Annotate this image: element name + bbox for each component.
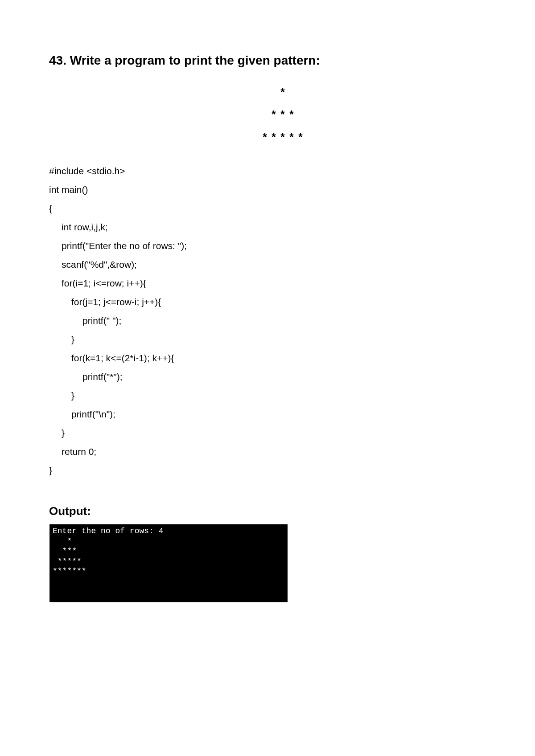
code-line: return 0; [49, 442, 486, 461]
pattern-line-2: * * * [80, 103, 486, 126]
code-line: printf("\n"); [49, 405, 486, 424]
pattern-example: * * * * * * * * * [80, 81, 486, 148]
code-line: printf("Enter the no of rows: "); [49, 237, 486, 255]
code-line: } [49, 386, 486, 405]
output-heading: Output: [49, 504, 486, 518]
code-line: printf("*"); [49, 368, 486, 386]
code-block: #include <stdio.h> int main() { int row,… [49, 162, 486, 480]
code-line: scanf("%d",&row); [49, 255, 486, 274]
terminal-output: Enter the no of rows: 4 * *** ***** ****… [49, 524, 288, 602]
pattern-line-1: * [80, 81, 486, 103]
question-heading: 43. Write a program to print the given p… [49, 53, 486, 68]
code-line: for(i=1; i<=row; i++){ [49, 274, 486, 293]
code-line: } [49, 461, 486, 480]
code-line: #include <stdio.h> [49, 162, 486, 180]
code-line: printf(" "); [49, 311, 486, 330]
code-line: int row,i,j,k; [49, 218, 486, 237]
code-line: { [49, 199, 486, 218]
code-line: for(k=1; k<=(2*i-1); k++){ [49, 349, 486, 368]
code-line: for(j=1; j<=row-i; j++){ [49, 293, 486, 311]
code-line: } [49, 330, 486, 349]
pattern-line-3: * * * * * [80, 126, 486, 148]
code-line: } [49, 424, 486, 442]
code-line: int main() [49, 180, 486, 199]
